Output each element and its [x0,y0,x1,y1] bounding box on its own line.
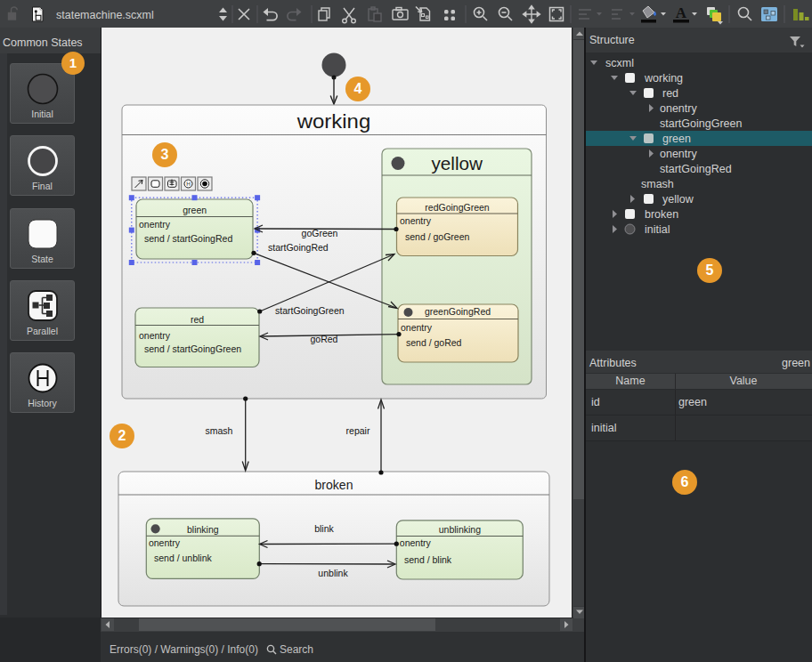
svg-text:onentry: onentry [400,215,432,226]
svg-text:green: green [183,205,207,215]
svg-text:smash: smash [641,178,674,190]
svg-text:unblink: unblink [318,568,348,578]
svg-text:red: red [191,314,204,325]
svg-text:broken: broken [315,478,353,492]
svg-text:send / goGreen: send / goGreen [405,231,470,242]
svg-text:onentry: onentry [400,537,432,548]
svg-text:redGoingGreen: redGoingGreen [425,202,490,213]
svg-text:broken: broken [645,208,678,221]
svg-text:yellow: yellow [662,193,694,206]
svg-text:green: green [662,133,691,145]
svg-text:send / unblink: send / unblink [154,553,213,563]
svg-text:working: working [296,111,371,133]
svg-text:initial: initial [645,223,670,236]
svg-text:send / startGoingRed: send / startGoingRed [144,233,232,244]
svg-text:onentry: onentry [660,148,697,160]
svg-text:startGoingGreen: startGoingGreen [275,305,345,316]
svg-text:goGreen: goGreen [302,228,338,238]
svg-text:scxml: scxml [605,57,634,69]
svg-text:red: red [662,87,678,100]
svg-text:send / goRed: send / goRed [406,337,462,348]
svg-text:blink: blink [314,523,334,534]
svg-text:onentry: onentry [139,330,171,341]
svg-text:H: H [186,181,191,187]
svg-text:onentry: onentry [401,322,433,333]
svg-text:onentry: onentry [660,102,697,115]
svg-text:A: A [676,4,687,21]
svg-text:startGoingGreen: startGoingGreen [660,117,742,130]
svg-text:statemachine.scxml: statemachine.scxml [56,9,154,21]
svg-text:working: working [644,72,683,85]
svg-text:yellow: yellow [431,154,483,174]
svg-text:greenGoingRed: greenGoingRed [425,306,491,317]
svg-text:onentry: onentry [139,219,171,230]
svg-text:send / startGoingGreen: send / startGoingGreen [144,343,241,354]
svg-text:blinking: blinking [187,524,219,535]
svg-text:startGoingRed: startGoingRed [268,242,329,253]
svg-text:unblinking: unblinking [439,524,481,535]
svg-text:startGoingRed: startGoingRed [660,163,732,175]
svg-text:send / blink: send / blink [404,554,452,565]
svg-text:smash: smash [206,425,233,436]
svg-text:repair: repair [346,425,370,436]
svg-text:onentry: onentry [149,537,181,548]
svg-text:goRed: goRed [311,334,338,344]
